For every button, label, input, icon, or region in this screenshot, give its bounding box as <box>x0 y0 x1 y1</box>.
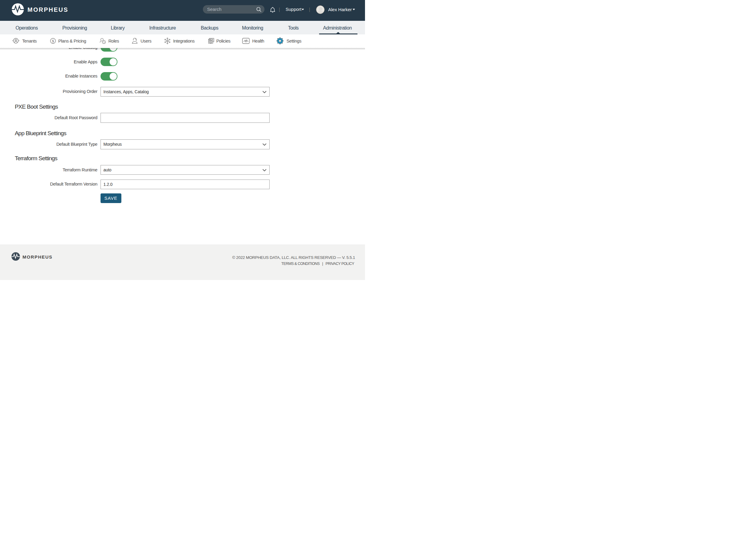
svg-text:$: $ <box>52 39 54 43</box>
